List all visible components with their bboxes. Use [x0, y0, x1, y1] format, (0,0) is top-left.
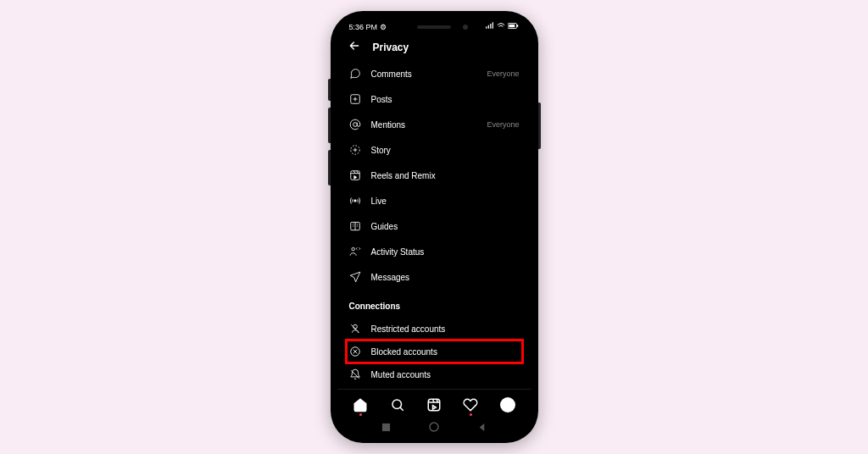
- menu-label: Activity Status: [371, 247, 520, 257]
- menu-value: Everyone: [487, 120, 519, 129]
- notification-dot: [470, 413, 472, 416]
- time-label: 5:36 PM: [349, 23, 378, 31]
- android-home[interactable]: [428, 421, 440, 433]
- svg-point-4: [353, 123, 357, 127]
- front-camera: [463, 25, 468, 30]
- status-right: [486, 22, 520, 31]
- menu-label: Mentions: [371, 120, 477, 130]
- menu-label: Comments: [371, 69, 477, 79]
- nav-search[interactable]: [389, 396, 406, 413]
- svg-point-16: [430, 423, 438, 431]
- svg-point-7: [353, 200, 355, 202]
- android-recent[interactable]: [381, 421, 392, 433]
- restricted-icon: [349, 323, 361, 335]
- menu-item-muted[interactable]: Muted accounts: [348, 362, 521, 387]
- svg-point-10: [353, 324, 357, 329]
- back-arrow-icon[interactable]: [348, 39, 361, 56]
- menu-label: Restricted accounts: [371, 324, 520, 334]
- status-time: 5:36 PM ⚙: [349, 23, 387, 31]
- menu-item-live[interactable]: Live: [348, 188, 521, 213]
- muted-icon: [349, 368, 361, 380]
- menu-label: Posts: [371, 95, 520, 104]
- menu-label: Live: [371, 197, 520, 206]
- posts-icon: [349, 93, 361, 105]
- screen: 5:36 PM ⚙ Privacy: [337, 18, 531, 436]
- android-nav-bar: [337, 417, 531, 436]
- svg-rect-15: [382, 423, 390, 430]
- svg-rect-1: [516, 25, 517, 27]
- svg-point-9: [351, 247, 354, 251]
- activity-icon: [349, 246, 361, 257]
- menu-item-mentions[interactable]: Mentions Everyone: [348, 112, 521, 137]
- nav-profile[interactable]: [499, 396, 516, 413]
- power-button: [538, 102, 541, 149]
- page-title: Privacy: [373, 42, 409, 53]
- gear-icon: ⚙: [380, 23, 387, 31]
- menu-item-messages[interactable]: Messages: [348, 264, 521, 290]
- reels-icon: [349, 169, 361, 181]
- section-connections: Connections: [348, 290, 521, 316]
- speaker: [417, 25, 451, 29]
- menu-item-blocked[interactable]: Blocked accounts: [345, 339, 524, 364]
- menu-item-guides[interactable]: Guides: [348, 213, 521, 239]
- guides-icon: [349, 220, 361, 232]
- menu-item-reels[interactable]: Reels and Remix: [348, 163, 521, 188]
- bottom-nav: [337, 389, 531, 417]
- phone-frame: 5:36 PM ⚙ Privacy: [331, 11, 538, 443]
- menu-label: Story: [371, 146, 520, 155]
- android-back[interactable]: [476, 421, 487, 433]
- messages-icon: [349, 271, 361, 283]
- story-icon: [349, 144, 361, 156]
- notification-dot: [359, 413, 362, 416]
- page-header: Privacy: [337, 34, 531, 61]
- menu-label: Reels and Remix: [371, 171, 520, 180]
- menu-item-story[interactable]: Story: [348, 137, 521, 163]
- nav-activity[interactable]: [462, 396, 479, 413]
- menu-label: Guides: [371, 222, 520, 231]
- notch: [396, 21, 472, 33]
- menu-item-comments[interactable]: Comments Everyone: [348, 61, 521, 86]
- nav-reels[interactable]: [426, 396, 442, 413]
- comments-icon: [349, 68, 361, 80]
- nav-home[interactable]: [352, 396, 369, 413]
- menu-item-restricted[interactable]: Restricted accounts: [348, 316, 521, 341]
- avatar: [500, 397, 515, 412]
- signal-icon: [486, 22, 494, 31]
- menu-item-posts[interactable]: Posts: [348, 86, 521, 112]
- menu-value: Everyone: [487, 69, 519, 78]
- svg-rect-2: [509, 25, 515, 28]
- menu-item-activity[interactable]: Activity Status: [348, 239, 521, 264]
- content-scroll[interactable]: Comments Everyone Posts Mentions Everyon…: [337, 61, 531, 389]
- battery-icon: [508, 22, 520, 31]
- menu-label: Messages: [371, 273, 520, 282]
- mentions-icon: [349, 119, 361, 130]
- live-icon: [349, 195, 361, 207]
- wifi-icon: [497, 22, 505, 31]
- blocked-icon: [349, 346, 361, 357]
- menu-label: Muted accounts: [371, 370, 520, 379]
- svg-point-13: [392, 400, 402, 409]
- menu-label: Blocked accounts: [371, 347, 520, 357]
